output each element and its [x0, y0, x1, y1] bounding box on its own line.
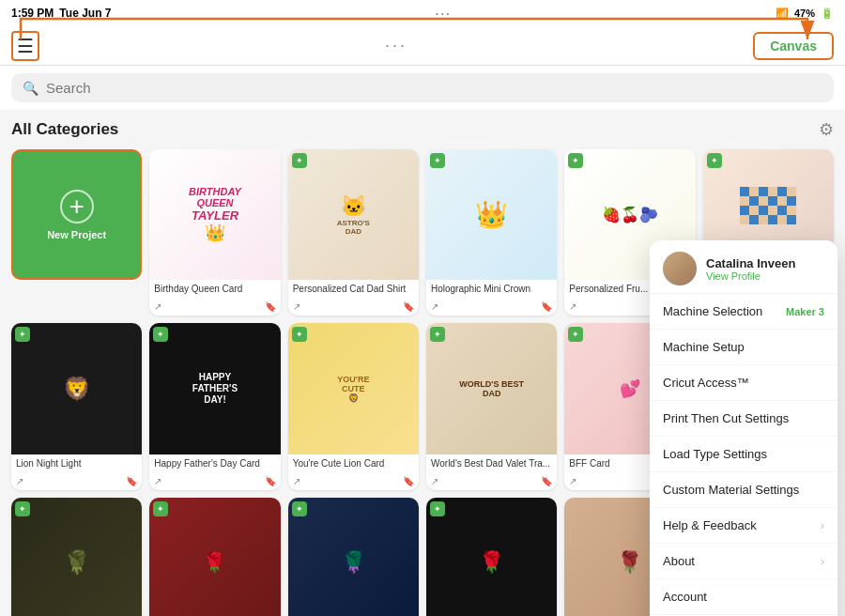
svg-rect-19 [749, 215, 759, 224]
card-world-best-dad[interactable]: ✦ WORLD'S BESTDAD World's Best Dad Valet… [426, 323, 557, 489]
svg-rect-1 [749, 187, 759, 196]
svg-rect-21 [768, 215, 777, 224]
bookmark-icon[interactable]: 🔖 [403, 301, 414, 312]
dropdown-menu: Catalina Inveen View Profile Machine Sel… [650, 240, 837, 616]
card-rose3[interactable]: ✦ 🌹 [288, 498, 419, 616]
search-input[interactable] [46, 80, 822, 96]
bookmark-icon[interactable]: 🔖 [126, 476, 137, 486]
view-profile-link[interactable]: View Profile [706, 270, 795, 282]
battery-icon: 🔋 [821, 8, 834, 20]
search-icon: 🔍 [23, 81, 38, 96]
card-badge: ✦ [153, 327, 168, 342]
wifi-percent: 47% [794, 8, 815, 19]
status-dots: ··· [436, 7, 452, 21]
card-actions: ↗ 🔖 [426, 474, 557, 490]
new-project-card[interactable]: + New Project [11, 149, 142, 316]
share-icon[interactable]: ↗ [16, 476, 23, 486]
card-rose2[interactable]: ✦ 🌹 [149, 498, 280, 616]
dropdown-item-machine-selection[interactable]: Machine Selection Maker 3 [650, 294, 837, 330]
card-badge: ✦ [430, 501, 445, 516]
share-icon[interactable]: ↗ [569, 476, 576, 486]
svg-rect-5 [787, 187, 796, 196]
bookmark-icon[interactable]: 🔖 [265, 476, 276, 486]
card-badge: ✦ [292, 501, 307, 516]
dropdown-item-account[interactable]: Account [650, 579, 837, 615]
card-badge: ✦ [153, 501, 168, 516]
search-bar: 🔍 [0, 66, 845, 110]
svg-rect-16 [777, 206, 787, 215]
bookmark-icon[interactable]: 🔖 [265, 301, 276, 312]
share-icon[interactable]: ↗ [293, 476, 300, 486]
share-icon[interactable]: ↗ [431, 301, 438, 312]
share-icon[interactable]: ↗ [154, 476, 161, 486]
status-left: 1:59 PM Tue Jun 7 [11, 7, 111, 20]
hamburger-icon[interactable]: ☰ [11, 31, 39, 61]
search-wrapper[interactable]: 🔍 [11, 73, 834, 102]
card-image: HAPPYFATHER'SDAY! [149, 323, 280, 454]
share-icon[interactable]: ↗ [431, 476, 438, 486]
date: Tue Jun 7 [59, 7, 111, 20]
svg-rect-8 [759, 196, 768, 206]
card-cute-lion[interactable]: ✦ YOU'RECUTE🦁 You're Cute Lion Card ↗ 🔖 [288, 323, 419, 489]
machine-badge: Maker 3 [786, 306, 824, 317]
card-actions: ↗ 🔖 [288, 300, 419, 316]
dropdown-item-label: Account [663, 590, 707, 604]
dropdown-item-label: Load Type Settings [663, 447, 767, 461]
share-icon[interactable]: ↗ [293, 301, 300, 312]
svg-rect-12 [740, 206, 749, 215]
dropdown-item-machine-setup[interactable]: Machine Setup [650, 330, 837, 365]
dropdown-item-label: Help & Feedback [663, 518, 757, 532]
dropdown-item-label: Print Then Cut Settings [663, 411, 789, 425]
card-label: Birthday Queen Card [149, 280, 280, 300]
card-label: You're Cute Lion Card [288, 454, 419, 474]
svg-rect-2 [759, 187, 768, 196]
dropdown-item-about[interactable]: About › [650, 544, 837, 579]
card-image: 🐱 ASTRO'SDAD [288, 149, 419, 280]
card-cat-dad[interactable]: ✦ 🐱 ASTRO'SDAD Personalized Cat Dad Shir… [288, 149, 419, 316]
wifi-icon: 📶 [776, 8, 789, 20]
svg-rect-17 [787, 206, 796, 215]
dropdown-item-cricut-access[interactable]: Cricut Access™ [650, 365, 837, 401]
svg-rect-3 [768, 187, 777, 196]
card-fathers-day[interactable]: ✦ HAPPYFATHER'SDAY! Happy Father's Day C… [149, 323, 280, 489]
dropdown-item-label: Cricut Access™ [663, 376, 749, 390]
card-label: Personalized Cat Dad Shirt [288, 280, 419, 300]
section-header: All Categories ⚙ [11, 119, 834, 140]
filter-icon[interactable]: ⚙ [819, 119, 834, 140]
svg-rect-10 [777, 196, 787, 206]
share-icon[interactable]: ↗ [569, 301, 576, 312]
card-lion[interactable]: ✦ 🦁 Lion Night Light ↗ 🔖 [11, 323, 142, 489]
card-rose4[interactable]: ✦ 🌹 [426, 498, 557, 616]
card-rose1[interactable]: ✦ 🌹 [11, 498, 142, 616]
card-actions: ↗ 🔖 [149, 474, 280, 490]
card-image: 👑 [426, 149, 557, 280]
dropdown-item-label: Custom Material Settings [663, 483, 799, 497]
dropdown-item-help-feedback[interactable]: Help & Feedback › [650, 508, 837, 544]
svg-rect-20 [759, 215, 768, 224]
svg-rect-11 [787, 196, 796, 206]
card-actions: ↗ 🔖 [11, 474, 142, 490]
chevron-right-icon: › [821, 555, 824, 568]
bookmark-icon[interactable]: 🔖 [403, 476, 414, 486]
card-crown[interactable]: ✦ 👑 Holographic Mini Crown ↗ 🔖 [426, 149, 557, 316]
card-birthday-queen[interactable]: ✦ BIRTHDAYQUEEN TAYLER 👑 Birthday Queen … [149, 149, 280, 316]
card-badge: ✦ [430, 153, 445, 168]
dropdown-user-info: Catalina Inveen View Profile [706, 256, 795, 282]
dropdown-item-label: Machine Selection [663, 304, 762, 318]
svg-rect-18 [740, 215, 749, 224]
card-label: World's Best Dad Valet Tra... [426, 454, 557, 474]
dropdown-item-custom-material[interactable]: Custom Material Settings [650, 472, 837, 508]
dropdown-item-load-type[interactable]: Load Type Settings [650, 437, 837, 472]
svg-rect-7 [749, 196, 759, 206]
bookmark-icon[interactable]: 🔖 [541, 476, 552, 486]
dropdown-item-print-then-cut[interactable]: Print Then Cut Settings [650, 401, 837, 437]
canvas-button[interactable]: Canvas [753, 32, 834, 60]
bookmark-icon[interactable]: 🔖 [541, 301, 552, 312]
svg-rect-0 [740, 187, 749, 196]
card-actions: ↗ 🔖 [149, 300, 280, 316]
card-badge: ✦ [15, 327, 30, 342]
share-icon[interactable]: ↗ [154, 301, 161, 312]
card-badge: ✦ [568, 153, 583, 168]
svg-rect-4 [777, 187, 787, 196]
card-actions: ↗ 🔖 [426, 300, 557, 316]
